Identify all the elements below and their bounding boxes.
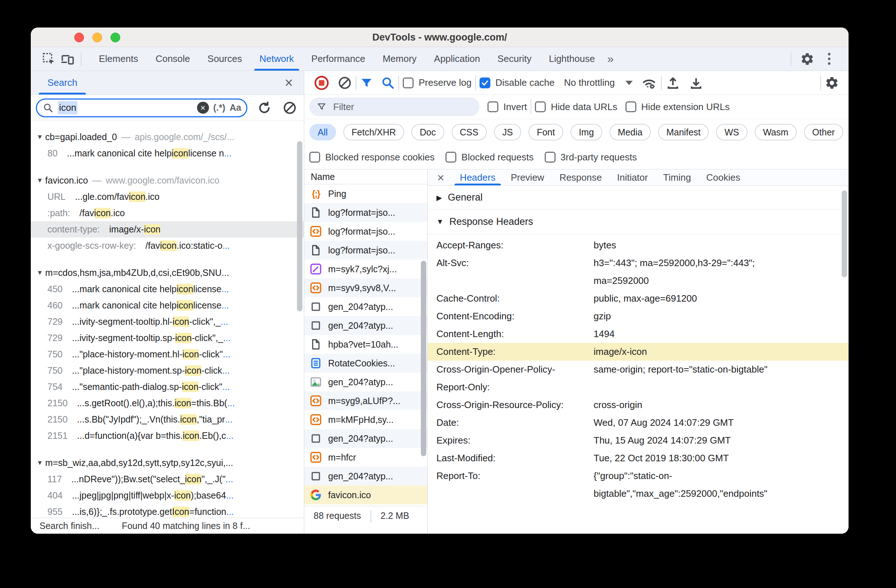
blocked-requests-checkbox[interactable]: Blocked requests bbox=[445, 152, 533, 163]
network-conditions-icon[interactable] bbox=[641, 75, 657, 91]
filter-chip-all[interactable]: All bbox=[309, 124, 336, 140]
response-header-row[interactable]: Content-Encoding:gzip bbox=[428, 308, 849, 325]
filter-toggle-icon[interactable] bbox=[360, 76, 373, 90]
tab-sources[interactable]: Sources bbox=[199, 47, 251, 71]
network-settings-gear-icon[interactable] bbox=[824, 76, 839, 90]
tab-preview[interactable]: Preview bbox=[503, 169, 552, 185]
match-case-toggle[interactable]: Aa bbox=[230, 102, 241, 113]
request-list-scrollbar[interactable] bbox=[421, 261, 426, 456]
inspect-element-icon[interactable] bbox=[40, 51, 58, 67]
search-match-line[interactable]: 117...nDReve"));Bw.set("select_icon",_.J… bbox=[31, 471, 304, 487]
tab-timing[interactable]: Timing bbox=[655, 169, 699, 185]
filter-chip-doc[interactable]: Doc bbox=[411, 124, 444, 140]
filter-chip-other[interactable]: Other bbox=[804, 124, 844, 140]
tab-performance[interactable]: Performance bbox=[303, 47, 374, 71]
settings-gear-icon[interactable] bbox=[798, 50, 817, 68]
request-row[interactable]: gen_204?atyp... bbox=[304, 373, 427, 391]
throttling-dropdown[interactable]: No throttling bbox=[564, 77, 633, 88]
request-row[interactable]: gen_204?atyp... bbox=[304, 297, 427, 316]
preserve-log-checkbox[interactable]: Preserve log bbox=[403, 77, 472, 88]
close-search-icon[interactable]: × bbox=[285, 71, 293, 94]
filter-chip-manifest[interactable]: Manifest bbox=[658, 124, 709, 140]
request-row[interactable]: gen_204?atyp... bbox=[304, 316, 427, 335]
request-row[interactable]: log?format=jso... bbox=[304, 241, 427, 260]
filter-chip-wasm[interactable]: Wasm bbox=[755, 124, 797, 140]
response-header-row[interactable]: Expires:Thu, 15 Aug 2024 14:07:29 GMT bbox=[428, 431, 849, 449]
search-match-line[interactable]: 2151...d=function(a){var b=this.icon.Eb(… bbox=[31, 428, 304, 444]
request-row[interactable]: {;}Ping bbox=[304, 184, 427, 203]
tab-initiator[interactable]: Initiator bbox=[610, 169, 655, 185]
general-section-header[interactable]: ▶ General bbox=[428, 186, 849, 210]
request-row[interactable]: m=hfcr bbox=[304, 448, 427, 467]
hide-data-urls-checkbox[interactable]: Hide data URLs bbox=[535, 101, 617, 113]
search-match-line[interactable]: :path:/favicon.ico bbox=[31, 205, 304, 221]
request-row[interactable]: log?format=jso... bbox=[304, 203, 427, 222]
response-headers-section-header[interactable]: ▼ Response Headers bbox=[428, 210, 849, 234]
tab-security[interactable]: Security bbox=[489, 47, 540, 71]
request-row[interactable]: gen_204?atyp... bbox=[304, 429, 427, 448]
filter-chip-css[interactable]: CSS bbox=[452, 124, 487, 140]
response-header-row[interactable]: Alt-Svc:h3=":443"; ma=2592000,h3-29=":44… bbox=[428, 254, 849, 289]
response-header-row[interactable]: Date:Wed, 07 Aug 2024 14:07:29 GMT bbox=[428, 414, 849, 431]
request-row[interactable]: RotateCookies... bbox=[304, 354, 427, 373]
tab-elements[interactable]: Elements bbox=[90, 47, 147, 71]
clear-network-log-icon[interactable] bbox=[338, 76, 352, 90]
checkbox-unchecked[interactable] bbox=[309, 152, 320, 163]
filter-chip-font[interactable]: Font bbox=[529, 124, 563, 140]
invert-checkbox[interactable]: Invert bbox=[488, 101, 527, 113]
search-file-header[interactable]: ▼m=cdos,hsm,jsa,mb4ZUb,d,csi,cEt90b,SNU.… bbox=[31, 265, 304, 281]
export-har-icon[interactable] bbox=[689, 75, 704, 90]
regex-toggle[interactable]: (.*) bbox=[213, 102, 225, 113]
filter-chip-js[interactable]: JS bbox=[494, 124, 521, 140]
search-match-line[interactable]: 2150...s.getRoot().el(),a);this.icon=thi… bbox=[31, 395, 304, 411]
filter-chip-img[interactable]: Img bbox=[570, 124, 602, 140]
search-match-line[interactable]: 404...jpeg|jpg|png|tiff|webp|x-icon);bas… bbox=[31, 487, 304, 504]
response-header-row[interactable]: Content-Length:1494 bbox=[428, 325, 849, 343]
tab-lighthouse[interactable]: Lighthouse bbox=[540, 47, 603, 71]
name-column-header[interactable]: Name bbox=[304, 169, 427, 184]
tab-network[interactable]: Network bbox=[251, 47, 302, 71]
3rd-party-requests-checkbox[interactable]: 3rd-party requests bbox=[545, 152, 637, 163]
tab-search[interactable]: Search bbox=[39, 71, 86, 94]
search-scrollbar[interactable] bbox=[297, 141, 302, 311]
refresh-search-icon[interactable] bbox=[256, 100, 273, 116]
checkbox-checked[interactable] bbox=[480, 78, 491, 88]
request-row[interactable]: m=syv9,syv8,V... bbox=[304, 279, 427, 297]
response-header-row[interactable]: Last-Modified:Tue, 22 Oct 2019 18:30:00 … bbox=[428, 449, 849, 467]
filter-chip-ws[interactable]: WS bbox=[716, 124, 747, 140]
request-row[interactable]: m=kMFpHd,sy... bbox=[304, 410, 427, 429]
hide-extension-urls-checkbox[interactable]: Hide extension URLs bbox=[625, 101, 730, 113]
response-header-row[interactable]: Content-Type:image/x-icon bbox=[428, 343, 849, 361]
more-tabs-icon[interactable]: » bbox=[604, 52, 617, 66]
checkbox-unchecked[interactable] bbox=[445, 152, 456, 163]
checkbox-unchecked[interactable] bbox=[403, 78, 414, 88]
request-row[interactable]: gen_204?atyp... bbox=[304, 467, 427, 486]
search-match-line[interactable]: 2150...s.Bb("JyIpdf");_.Vn(this.icon,"ti… bbox=[31, 411, 304, 428]
search-match-line[interactable]: 750..."place-history-moment.hl-icon-clic… bbox=[31, 346, 304, 363]
search-file-header[interactable]: ▼favicon.ico—www.google.com/favicon.ico bbox=[31, 172, 304, 189]
tab-cookies[interactable]: Cookies bbox=[699, 169, 748, 185]
search-match-line[interactable]: 460...mark canonical cite help icon lice… bbox=[31, 297, 304, 314]
search-match-line[interactable]: 955...is,6)};_.fs.prototype.getIcon=func… bbox=[31, 504, 304, 518]
search-match-line[interactable]: 80...mark canonical cite help icon licen… bbox=[31, 145, 304, 161]
request-row[interactable]: m=syg9,aLUfP?... bbox=[304, 391, 427, 410]
request-row[interactable]: log?format=jso... bbox=[304, 222, 427, 241]
kebab-menu-icon[interactable] bbox=[820, 50, 838, 68]
search-match-line[interactable]: x-google-scs-row-key:/favicon.ico:static… bbox=[31, 238, 304, 254]
response-header-row[interactable]: Report-To:{"group":"static-on-bigtable",… bbox=[428, 467, 849, 503]
record-button[interactable] bbox=[314, 75, 329, 91]
details-scrollbar[interactable] bbox=[842, 190, 847, 277]
response-header-row[interactable]: Cross-Origin-Resource-Policy:cross-origi… bbox=[428, 396, 849, 414]
search-file-header[interactable]: ▼m=sb_wiz,aa,abd,sy12d,sytt,sytp,sy12c,s… bbox=[31, 455, 304, 471]
search-match-line[interactable]: 729...ivity-segment-tooltip.hl-icon-clic… bbox=[31, 314, 304, 330]
response-header-row[interactable]: Cache-Control:public, max-age=691200 bbox=[428, 289, 849, 308]
request-row[interactable]: hpba?vet=10ah... bbox=[304, 335, 427, 354]
filter-chip-fetch-xhr[interactable]: Fetch/XHR bbox=[343, 124, 404, 140]
close-details-icon[interactable]: × bbox=[434, 171, 453, 185]
search-match-line[interactable]: 750..."place-history-moment.sp-icon-clic… bbox=[31, 363, 304, 379]
tab-headers[interactable]: Headers bbox=[453, 169, 503, 185]
disable-cache-checkbox[interactable]: Disable cache bbox=[480, 77, 555, 88]
search-match-line[interactable]: 729...ivity-segment-tooltip.sp-icon-clic… bbox=[31, 330, 304, 346]
checkbox-unchecked[interactable] bbox=[545, 152, 556, 163]
filter-input[interactable]: Filter bbox=[309, 97, 480, 116]
